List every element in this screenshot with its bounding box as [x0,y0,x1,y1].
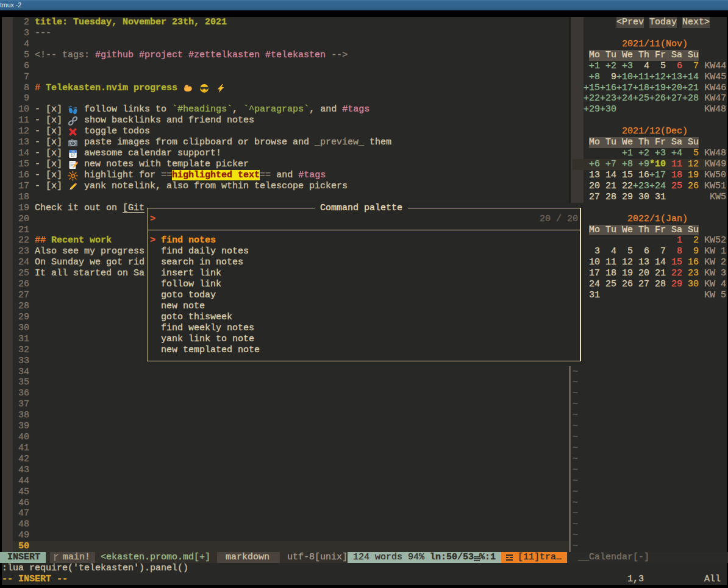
svg-text:17: 17 [71,153,76,157]
